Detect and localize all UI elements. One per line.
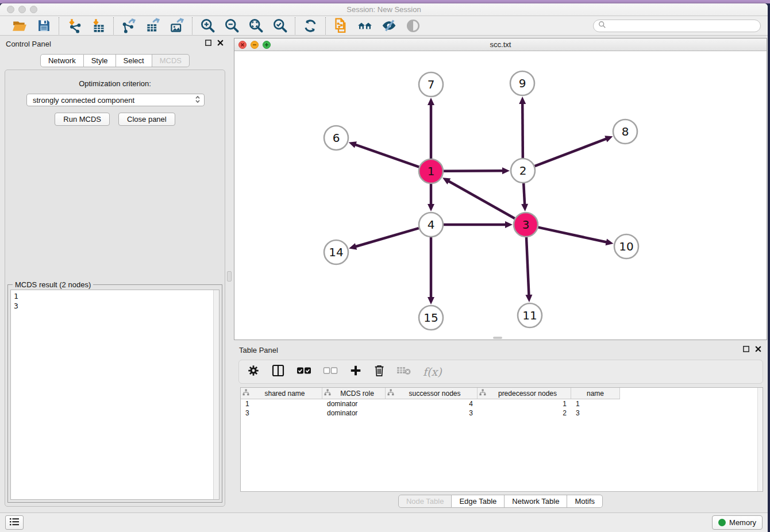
table-toolbar: f(x) (238, 360, 763, 384)
arrowhead-4-3 (505, 221, 513, 228)
table-tab-node-table[interactable]: Node Table (398, 495, 452, 508)
table-scrollbar[interactable] (757, 388, 763, 491)
edge-2-3[interactable] (523, 183, 525, 205)
clone-network-icon[interactable] (333, 18, 349, 34)
table-cell[interactable]: 3 (386, 409, 478, 417)
close-table-panel-icon[interactable] (754, 345, 762, 355)
zoom-fit-icon[interactable] (248, 18, 264, 34)
column-header-predecessor-nodes[interactable]: predecessor nodes (478, 388, 571, 399)
mcds-result-scrollbar[interactable] (213, 290, 219, 499)
first-neighbors-icon[interactable] (357, 18, 373, 34)
network-canvas[interactable]: 7968124314101511 (234, 51, 767, 340)
export-image-icon[interactable] (169, 18, 185, 34)
table-tab-network-table[interactable]: Network Table (505, 495, 567, 508)
tab-network[interactable]: Network (40, 54, 84, 67)
edge-4-14[interactable] (355, 228, 419, 246)
select-all-icon[interactable] (297, 366, 311, 378)
criterion-select-value: strongly connected component (33, 96, 195, 105)
table-panel-title: Table Panel (239, 346, 278, 354)
export-table-icon[interactable] (145, 18, 161, 34)
edge-1-2[interactable] (444, 171, 503, 171)
import-table-icon[interactable] (90, 18, 106, 34)
task-list-icon (9, 517, 20, 529)
control-panel-title: Control Panel (6, 40, 51, 48)
table-tab-edge-table[interactable]: Edge Table (452, 495, 505, 508)
tab-mcds[interactable]: MCDS (152, 54, 190, 67)
show-all-icon (405, 18, 421, 34)
add-column-icon[interactable] (349, 364, 362, 379)
table-tabs: Node TableEdge TableNetwork TableMotifs (398, 495, 603, 508)
edge-1-6[interactable] (355, 144, 419, 167)
float-panel-icon[interactable] (205, 38, 212, 49)
mcds-result-textarea[interactable]: 1 3 (10, 290, 220, 500)
table-cell[interactable]: 3 (241, 409, 322, 417)
graph-node-label-9: 9 (519, 76, 526, 90)
table-cell[interactable]: 1 (478, 400, 571, 408)
zoom-out-icon[interactable] (224, 18, 240, 34)
column-header-successor-nodes[interactable]: successor nodes (386, 388, 478, 399)
hide-selected-icon[interactable] (381, 18, 397, 34)
table-cell[interactable]: dominator (322, 400, 386, 408)
table-cell[interactable]: 1 (241, 400, 322, 408)
edge-3-1[interactable] (448, 181, 515, 219)
zoom-selected-icon[interactable] (272, 18, 288, 34)
edge-3-11[interactable] (526, 237, 529, 296)
tab-style[interactable]: Style (84, 54, 116, 67)
task-history-button[interactable] (5, 515, 24, 530)
table-cell[interactable]: 1 (571, 400, 620, 408)
search-field[interactable] (593, 20, 761, 32)
delete-column-icon[interactable] (374, 364, 385, 379)
edge-2-8[interactable] (535, 138, 607, 166)
canvas-hscrollbar-thumb[interactable] (493, 337, 502, 339)
table-row[interactable]: 3dominator323 (241, 408, 763, 418)
mcds-tab-content: Optimization criterion: strongly connect… (5, 70, 225, 507)
column-header-mcds-role[interactable]: MCDS role (322, 388, 386, 399)
control-panel: Control Panel NetworkStyleSelectMCDS Opt… (0, 36, 230, 512)
window-titlebar: Session: New Session (0, 3, 768, 16)
column-type-icon (242, 389, 249, 398)
column-header-label: shared name (249, 390, 320, 398)
memory-button[interactable]: Memory (712, 515, 763, 530)
close-panel-icon[interactable] (217, 38, 224, 49)
table-cell[interactable]: 4 (386, 400, 478, 408)
column-header-name[interactable]: name (571, 388, 620, 399)
graph-node-label-3: 3 (522, 218, 530, 232)
edge-3-10[interactable] (538, 228, 607, 242)
table-cell[interactable]: dominator (322, 409, 386, 417)
table-row[interactable]: 1dominator411 (241, 399, 763, 408)
table-cell[interactable]: 2 (478, 409, 571, 417)
mcds-result-box: MCDS result (2 nodes) 1 3 (7, 284, 222, 503)
export-network-icon[interactable] (121, 18, 137, 34)
deselect-all-icon[interactable] (323, 366, 338, 378)
table-panel: Table Panel f(x) shared nameMCDS rolesuc… (234, 342, 767, 511)
splitter-grip[interactable] (227, 271, 232, 282)
tab-select[interactable]: Select (116, 54, 152, 67)
table-cell[interactable]: 3 (571, 409, 620, 417)
arrowhead-1-4 (428, 204, 434, 211)
network-graph[interactable]: 7968124314101511 (234, 51, 767, 340)
search-input[interactable] (606, 22, 756, 30)
run-mcds-button[interactable]: Run MCDS (55, 113, 110, 126)
open-session-icon[interactable] (11, 18, 28, 34)
arrowhead-2-3 (521, 204, 528, 211)
zoom-in-icon[interactable] (199, 18, 215, 34)
graph-node-label-4: 4 (428, 218, 435, 232)
close-panel-button[interactable]: Close panel (118, 113, 175, 126)
gear-icon[interactable] (247, 364, 260, 379)
criterion-select[interactable]: strongly connected component (26, 94, 205, 106)
refresh-icon[interactable] (302, 18, 318, 34)
table-tab-motifs[interactable]: Motifs (567, 495, 603, 508)
control-panel-tabs: NetworkStyleSelectMCDS (0, 54, 230, 67)
network-window-titlebar[interactable]: scc.txt (234, 38, 767, 51)
node-table[interactable]: shared nameMCDS rolesuccessor nodesprede… (240, 387, 763, 492)
column-header-shared-name[interactable]: shared name (241, 388, 322, 399)
edge-2-9[interactable] (522, 103, 523, 158)
save-session-icon[interactable] (36, 18, 52, 34)
columns-icon[interactable] (271, 364, 285, 380)
table-header-row: shared nameMCDS rolesuccessor nodesprede… (241, 388, 763, 399)
graph-node-label-2: 2 (519, 164, 527, 178)
float-table-panel-icon[interactable] (742, 345, 750, 355)
column-header-label: MCDS role (331, 390, 383, 398)
import-network-icon[interactable] (66, 18, 82, 34)
graph-node-label-6: 6 (333, 131, 340, 145)
